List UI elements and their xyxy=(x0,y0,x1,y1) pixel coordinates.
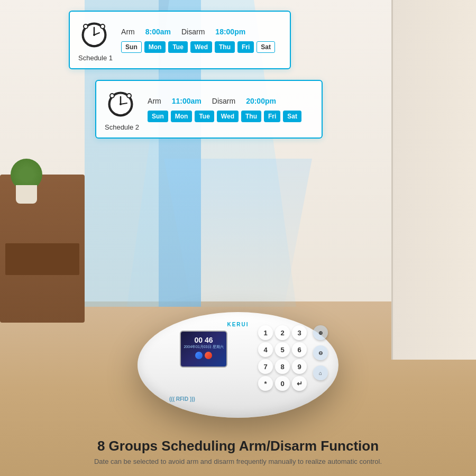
sub-title: Date can be selected to avoid arm and di… xyxy=(0,457,476,465)
plant xyxy=(11,159,42,204)
arm-disarm-row-2: Arm 11:00am Disarm 20:00pm xyxy=(148,97,313,105)
rfid-area: ((( RFID ))) xyxy=(169,396,195,402)
key-4[interactable]: 4 xyxy=(258,342,273,357)
device-screen: 00 46 2004年01月03日 星期六 xyxy=(180,331,227,368)
keypad: 123456789*0↵ xyxy=(258,325,307,391)
schedule-1-icon-area: Schedule 1 xyxy=(78,18,113,62)
key-1[interactable]: 1 xyxy=(258,325,273,340)
home-key[interactable]: ⌂ xyxy=(313,365,328,380)
schedule-2-info: Arm 11:00am Disarm 20:00pm SunMonTueWedT… xyxy=(148,97,313,122)
clock-icon-1 xyxy=(78,18,110,50)
disarm-time-2: 20:00pm xyxy=(246,97,276,105)
key-5[interactable]: 5 xyxy=(275,342,290,357)
alarm-device: KERUI 00 46 2004年01月03日 星期六 123456789*0↵… xyxy=(138,312,338,418)
key-0[interactable]: 0 xyxy=(275,376,290,391)
arm-label-1: Arm xyxy=(121,28,135,36)
key-9[interactable]: 9 xyxy=(292,359,307,374)
day-btn-s1-sun[interactable]: Sun xyxy=(121,41,142,53)
day-btn-s2-thu[interactable]: Thu xyxy=(241,111,261,122)
day-btn-s1-fri[interactable]: Fri xyxy=(237,41,254,53)
day-btn-s2-wed[interactable]: Wed xyxy=(217,111,239,122)
svg-point-13 xyxy=(120,103,122,105)
key-*[interactable]: * xyxy=(258,376,273,391)
day-btn-s1-thu[interactable]: Thu xyxy=(215,41,235,53)
key-8[interactable]: 8 xyxy=(275,359,290,374)
day-btn-s2-fri[interactable]: Fri xyxy=(264,111,280,122)
day-btn-s1-wed[interactable]: Wed xyxy=(190,41,212,53)
day-btn-s1-sat[interactable]: Sat xyxy=(257,41,275,53)
right-panel xyxy=(391,0,476,360)
arm-time-1: 8:00am xyxy=(145,28,171,36)
device-body: KERUI 00 46 2004年01月03日 星期六 123456789*0↵… xyxy=(138,312,338,418)
screen-icons xyxy=(181,352,226,359)
schedule-card-2: Schedule 2 Arm 11:00am Disarm 20:00pm Su… xyxy=(95,80,323,139)
arm-label-2: Arm xyxy=(148,97,161,105)
days-row-1: SunMonTueWedThuFriSat xyxy=(121,41,281,53)
day-btn-s2-mon[interactable]: Mon xyxy=(171,111,193,122)
day-btn-s1-tue[interactable]: Tue xyxy=(168,41,187,53)
schedule-card-1: Schedule 1 Arm 8:00am Disarm 18:00pm Sun… xyxy=(69,11,291,69)
day-btn-s2-sat[interactable]: Sat xyxy=(283,111,301,122)
disarm-key[interactable]: ⊖ xyxy=(313,345,328,360)
key-enter[interactable]: ↵ xyxy=(292,376,307,391)
main-title: 8 Groups Scheduling Arm/Disarm Function xyxy=(0,438,476,454)
svg-point-9 xyxy=(110,94,114,98)
svg-point-3 xyxy=(100,24,105,29)
disarm-label-2: Disarm xyxy=(212,97,235,105)
arm-key[interactable]: ⊕ xyxy=(313,325,328,340)
screen-time: 00 46 xyxy=(181,336,226,344)
key-2[interactable]: 2 xyxy=(275,325,290,340)
schedules-area: Schedule 1 Arm 8:00am Disarm 18:00pm Sun… xyxy=(69,11,323,139)
svg-point-6 xyxy=(93,34,95,36)
screen-date: 2004年01月03日 星期六 xyxy=(181,344,226,350)
screen-icon-2 xyxy=(205,352,212,359)
rfid-label: ((( RFID ))) xyxy=(169,396,195,402)
svg-point-10 xyxy=(127,94,131,98)
schedule-2-label: Schedule 2 xyxy=(105,123,139,131)
bottom-text: 8 Groups Scheduling Arm/Disarm Function … xyxy=(0,438,476,465)
plant-pot xyxy=(16,185,37,204)
schedule-2-icon-area: Schedule 2 xyxy=(105,87,139,131)
schedule-1-info: Arm 8:00am Disarm 18:00pm SunMonTueWedTh… xyxy=(121,28,281,53)
days-row-2: SunMonTueWedThuFriSat xyxy=(148,111,313,122)
clock-icon-2 xyxy=(105,87,136,119)
arm-disarm-row-1: Arm 8:00am Disarm 18:00pm xyxy=(121,28,281,36)
arm-time-2: 11:00am xyxy=(172,97,202,105)
disarm-label-1: Disarm xyxy=(181,28,205,36)
device-brand: KERUI xyxy=(227,322,249,327)
screen-icon-1 xyxy=(195,352,203,359)
schedule-1-label: Schedule 1 xyxy=(78,54,113,62)
key-6[interactable]: 6 xyxy=(292,342,307,357)
disarm-time-1: 18:00pm xyxy=(215,28,245,36)
key-3[interactable]: 3 xyxy=(292,325,307,340)
svg-point-2 xyxy=(84,24,88,29)
day-btn-s2-sun[interactable]: Sun xyxy=(148,111,168,122)
key-7[interactable]: 7 xyxy=(258,359,273,374)
day-btn-s1-mon[interactable]: Mon xyxy=(144,41,166,53)
day-btn-s2-tue[interactable]: Tue xyxy=(195,111,214,122)
